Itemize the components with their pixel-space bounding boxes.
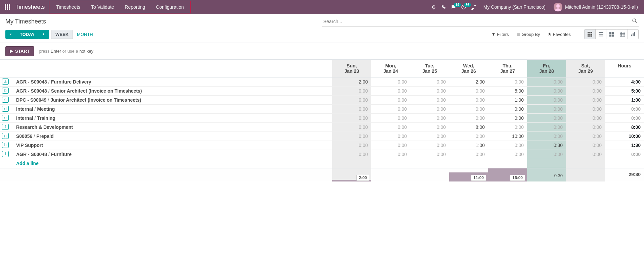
time-cell[interactable]: 0:00 — [332, 114, 371, 122]
groupby-menu[interactable]: Group By — [516, 32, 540, 37]
time-cell[interactable]: 0:00 — [449, 114, 488, 122]
time-cell[interactable]: 1:00 — [449, 141, 488, 150]
time-cell[interactable]: 0:00 — [449, 87, 488, 95]
time-cell[interactable]: 0:00 — [566, 123, 605, 132]
time-cell[interactable]: 0:00 — [566, 114, 605, 122]
time-cell[interactable]: 0:00 — [410, 141, 449, 150]
hotkey-badge[interactable]: f — [2, 124, 9, 130]
time-cell[interactable]: 0:00 — [449, 132, 488, 141]
activities-icon[interactable]: 36 — [459, 2, 469, 12]
time-cell[interactable]: 0:00 — [332, 141, 371, 150]
today-button[interactable]: TODAY — [16, 30, 38, 39]
time-cell[interactable]: 0:00 — [410, 150, 449, 159]
view-kanban-icon[interactable] — [606, 30, 617, 39]
hotkey-badge[interactable]: e — [2, 115, 9, 121]
time-cell[interactable]: 0:00 — [410, 105, 449, 113]
time-cell[interactable]: 0:00 — [410, 123, 449, 132]
time-cell[interactable]: 0:00 — [527, 87, 566, 95]
prev-button[interactable] — [5, 30, 16, 39]
search-icon[interactable] — [632, 18, 637, 23]
time-cell[interactable]: 0:00 — [410, 96, 449, 104]
time-cell[interactable]: 0:00 — [371, 150, 410, 159]
time-cell[interactable]: 0:00 — [488, 114, 527, 122]
scale-week[interactable]: WEEK — [51, 30, 73, 39]
row-label[interactable]: DPC - S00049/Junior Architect (Invoice o… — [13, 96, 332, 104]
time-cell[interactable]: 0:00 — [488, 123, 527, 132]
view-graph-icon[interactable] — [628, 30, 638, 39]
time-cell[interactable]: 0:00 — [527, 105, 566, 113]
row-label[interactable]: VIP Support — [13, 141, 332, 150]
time-cell[interactable]: 0:00 — [566, 77, 605, 86]
time-cell[interactable]: 0:30 — [527, 141, 566, 150]
view-grid-icon[interactable] — [585, 30, 595, 39]
time-cell[interactable]: 0:00 — [488, 105, 527, 113]
time-cell[interactable]: 0:00 — [566, 105, 605, 113]
time-cell[interactable]: 0:00 — [332, 123, 371, 132]
time-cell[interactable]: 0:00 — [566, 141, 605, 150]
add-line-link[interactable]: Add a line — [16, 161, 39, 166]
time-cell[interactable]: 0:00 — [410, 132, 449, 141]
menu-configuration[interactable]: Configuration — [151, 1, 189, 13]
start-button[interactable]: START — [5, 46, 34, 56]
view-pivot-icon[interactable] — [617, 30, 628, 39]
messages-icon[interactable]: 14 — [448, 2, 459, 12]
time-cell[interactable]: 0:00 — [449, 150, 488, 159]
time-cell[interactable]: 0:00 — [527, 150, 566, 159]
company-selector[interactable]: My Company (San Francisco) — [479, 4, 550, 10]
time-cell[interactable]: 0:00 — [566, 132, 605, 141]
hotkey-badge[interactable]: h — [2, 142, 9, 148]
debug-icon[interactable] — [428, 2, 438, 12]
time-cell[interactable]: 0:00 — [410, 77, 449, 86]
time-cell[interactable]: 0:00 — [527, 96, 566, 104]
time-cell[interactable]: 0:00 — [371, 77, 410, 86]
time-cell[interactable]: 0:00 — [449, 105, 488, 113]
user-menu[interactable]: Mitchell Admin (12439708-15-0-all) — [550, 3, 641, 11]
filters-menu[interactable]: Filters — [491, 32, 509, 37]
row-label[interactable]: AGR - S00048/Furniture Delivery — [13, 77, 332, 86]
time-cell[interactable]: 5:00 — [488, 87, 527, 95]
time-cell[interactable]: 0:00 — [371, 96, 410, 104]
time-cell[interactable]: 8:00 — [449, 123, 488, 132]
time-cell[interactable]: 0:00 — [371, 87, 410, 95]
row-label[interactable]: Research & Development — [13, 123, 332, 132]
hotkey-badge[interactable]: g — [2, 133, 9, 139]
time-cell[interactable]: 1:00 — [488, 96, 527, 104]
time-cell[interactable]: 0:00 — [371, 141, 410, 150]
tools-icon[interactable] — [469, 2, 479, 12]
menu-to-validate[interactable]: To Validate — [86, 1, 119, 13]
menu-timesheets[interactable]: Timesheets — [51, 1, 86, 13]
hotkey-badge[interactable]: a — [2, 78, 9, 85]
hotkey-badge[interactable]: b — [2, 88, 9, 94]
hotkey-badge[interactable]: d — [2, 106, 9, 112]
row-label[interactable]: Internal/Training — [13, 114, 332, 122]
menu-reporting[interactable]: Reporting — [119, 1, 151, 13]
time-cell[interactable]: 0:00 — [410, 87, 449, 95]
hotkey-badge[interactable]: c — [2, 97, 9, 103]
hotkey-badge[interactable]: i — [2, 151, 9, 157]
time-cell[interactable]: 0:00 — [527, 123, 566, 132]
time-cell[interactable]: 10:00 — [488, 132, 527, 141]
time-cell[interactable]: 0:00 — [332, 132, 371, 141]
time-cell[interactable]: 0:00 — [371, 105, 410, 113]
app-brand[interactable]: Timesheets — [12, 4, 48, 10]
row-label[interactable]: AGR - S00048/Furniture — [13, 150, 332, 159]
time-cell[interactable]: 0:00 — [488, 77, 527, 86]
next-button[interactable] — [38, 30, 49, 39]
time-cell[interactable]: 0:00 — [332, 87, 371, 95]
time-cell[interactable]: 0:00 — [527, 132, 566, 141]
time-cell[interactable]: 0:00 — [488, 141, 527, 150]
time-cell[interactable]: 0:00 — [566, 87, 605, 95]
row-label[interactable]: AGR - S00048/Senior Architect (Invoice o… — [13, 87, 332, 95]
time-cell[interactable]: 0:00 — [488, 150, 527, 159]
apps-icon[interactable] — [3, 2, 12, 12]
time-cell[interactable]: 0:00 — [371, 123, 410, 132]
search-input[interactable] — [322, 17, 639, 27]
time-cell[interactable]: 0:00 — [371, 114, 410, 122]
time-cell[interactable]: 0:00 — [332, 105, 371, 113]
scale-month[interactable]: MONTH — [73, 30, 97, 39]
time-cell[interactable]: 0:00 — [371, 132, 410, 141]
time-cell[interactable]: 0:00 — [449, 96, 488, 104]
time-cell[interactable]: 0:00 — [410, 114, 449, 122]
row-label[interactable]: Internal/Meeting — [13, 105, 332, 113]
time-cell[interactable]: 0:00 — [527, 77, 566, 86]
